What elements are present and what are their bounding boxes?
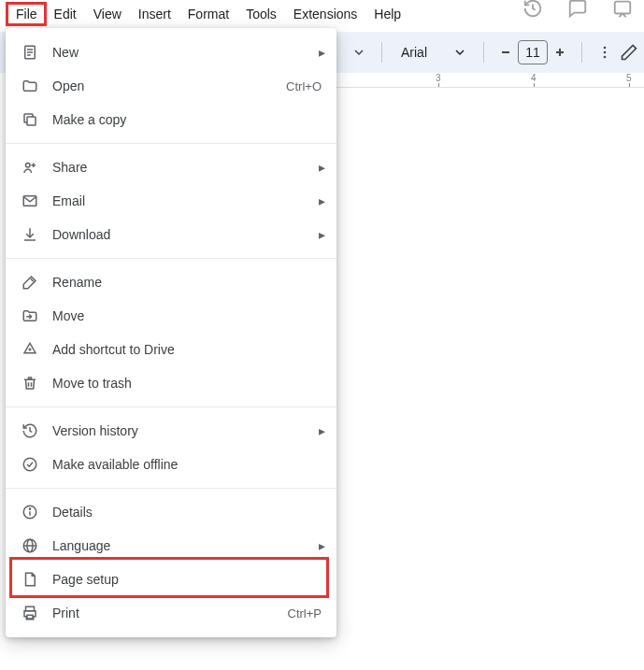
submenu-arrow-icon: ▸ <box>319 423 325 438</box>
menu-label: Add shortcut to Drive <box>52 342 322 357</box>
menu-shortcut: Ctrl+P <box>288 606 322 620</box>
offline-icon <box>21 455 39 474</box>
ruler-tick: 5 <box>626 73 632 83</box>
chevron-down-icon <box>455 48 465 57</box>
titlebar-icons <box>522 0 633 19</box>
submenu-arrow-icon: ▸ <box>319 45 325 60</box>
svg-point-20 <box>29 508 30 509</box>
menu-item-add-shortcut[interactable]: Add shortcut to Drive <box>6 333 336 366</box>
menubar-edit[interactable]: Edit <box>46 3 85 25</box>
font-select[interactable]: Arial <box>392 39 474 65</box>
menu-label: Version history <box>52 423 322 438</box>
menubar-format[interactable]: Format <box>179 3 237 25</box>
font-size-group: 11 <box>494 40 572 64</box>
svg-rect-0 <box>615 2 631 14</box>
svg-rect-25 <box>27 615 33 619</box>
move-icon <box>21 306 39 325</box>
svg-point-3 <box>604 56 607 59</box>
submenu-arrow-icon: ▸ <box>319 227 325 242</box>
menu-divider <box>6 143 336 144</box>
trash-icon <box>21 374 39 392</box>
svg-point-2 <box>604 51 607 54</box>
drive-shortcut-icon <box>21 340 39 359</box>
print-icon <box>21 604 39 622</box>
menu-divider <box>6 406 336 407</box>
menu-item-offline[interactable]: Make available offline <box>6 448 336 481</box>
svg-point-17 <box>23 458 36 471</box>
highlight-page-setup <box>9 557 329 598</box>
menubar-extensions[interactable]: Extensions <box>285 3 365 25</box>
share-icon <box>21 158 39 177</box>
copy-icon <box>21 110 39 129</box>
folder-icon <box>21 77 39 95</box>
history-icon[interactable] <box>522 0 543 19</box>
comment-icon[interactable] <box>567 0 588 19</box>
edit-mode-icon[interactable] <box>620 43 638 62</box>
menu-label: Download <box>52 227 322 242</box>
rename-icon <box>21 273 39 292</box>
menubar-view[interactable]: View <box>85 3 130 25</box>
present-icon[interactable] <box>612 0 633 19</box>
menubar-tools[interactable]: Tools <box>237 3 285 25</box>
menu-item-download[interactable]: Download ▸ <box>6 218 336 251</box>
download-icon <box>21 225 39 244</box>
svg-point-1 <box>604 47 607 50</box>
font-name: Arial <box>401 45 427 60</box>
menu-divider <box>6 258 336 259</box>
menu-item-new[interactable]: New ▸ <box>6 36 336 69</box>
submenu-arrow-icon: ▸ <box>319 538 325 553</box>
svg-point-12 <box>26 164 31 168</box>
menu-label: Move to trash <box>52 376 322 391</box>
menu-item-open[interactable]: Open Ctrl+O <box>6 69 336 103</box>
ruler-tick: 3 <box>436 73 441 83</box>
doc-icon <box>21 43 39 62</box>
menu-shortcut: Ctrl+O <box>286 79 322 93</box>
menu-item-print[interactable]: Print Ctrl+P <box>6 596 336 630</box>
menu-label: Details <box>52 505 322 520</box>
menu-item-move[interactable]: Move <box>6 299 336 333</box>
menubar-help[interactable]: Help <box>365 3 409 25</box>
file-menu-dropdown: New ▸ Open Ctrl+O Make a copy Share ▸ Em… <box>6 28 336 637</box>
menu-label: Share <box>52 160 322 175</box>
increase-font-button[interactable] <box>548 40 572 64</box>
menu-label: Rename <box>52 275 322 290</box>
menu-label: New <box>52 45 322 60</box>
info-icon <box>21 503 39 521</box>
highlight-file-menu <box>6 2 47 26</box>
globe-icon <box>21 536 39 555</box>
menu-item-share[interactable]: Share ▸ <box>6 150 336 184</box>
menu-item-trash[interactable]: Move to trash <box>6 366 336 400</box>
submenu-arrow-icon: ▸ <box>319 160 325 175</box>
menu-label: Move <box>52 308 322 323</box>
menu-item-rename[interactable]: Rename <box>6 265 336 299</box>
submenu-arrow-icon: ▸ <box>319 193 325 208</box>
menubar-insert[interactable]: Insert <box>130 3 179 25</box>
font-size-input[interactable]: 11 <box>518 40 548 64</box>
menu-item-make-copy[interactable]: Make a copy <box>6 103 336 136</box>
menu-label: Print <box>52 606 288 620</box>
decrease-font-button[interactable] <box>494 40 518 64</box>
mail-icon <box>21 192 39 210</box>
menu-label: Make available offline <box>52 457 322 472</box>
menu-item-version-history[interactable]: Version history ▸ <box>6 414 336 448</box>
menu-label: Language <box>52 538 322 553</box>
menu-item-details[interactable]: Details <box>6 495 336 529</box>
history-icon <box>21 421 39 440</box>
chevron-down-icon[interactable] <box>346 39 372 65</box>
ruler-tick: 4 <box>531 73 537 83</box>
more-button[interactable] <box>592 39 618 65</box>
menu-label: Open <box>52 78 286 93</box>
menu-divider <box>6 488 336 489</box>
menu-label: Email <box>52 193 322 208</box>
svg-rect-11 <box>27 117 36 125</box>
menu-label: Make a copy <box>52 112 322 127</box>
menu-item-email[interactable]: Email ▸ <box>6 184 336 218</box>
